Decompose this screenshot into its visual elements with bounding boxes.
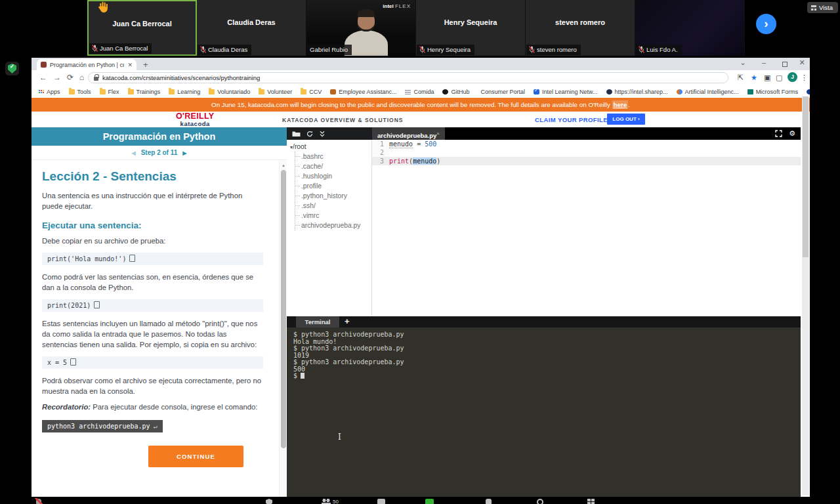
participant-tile[interactable]: steven romerosteven romero <box>526 0 635 56</box>
tree-file[interactable]: archivodeprueba.py <box>295 220 371 230</box>
scroll-up-icon[interactable]: ▲ <box>280 162 287 169</box>
oreilly-katacoda-logo[interactable]: O'REILLY katacoda <box>176 112 214 127</box>
editor-line[interactable]: 3print(menudo) <box>372 157 801 165</box>
bookmark-item[interactable]: GitHub <box>442 89 469 95</box>
participant-tile[interactable]: Claudia DerasClaudia Deras <box>197 0 306 56</box>
terminal[interactable]: $ python3 archivodeprueba.pyHola mundo!$… <box>287 327 801 497</box>
logout-button[interactable]: LOG OUT › <box>607 114 645 125</box>
browser-tab[interactable]: Programación en Python | crste... ✕ <box>37 59 136 70</box>
editor-line[interactable]: 1menudo = 500 <box>372 140 801 148</box>
bookmark-item[interactable]: Intel Work Week Ca... <box>807 89 810 95</box>
address-bar[interactable]: katacoda.com/crsteaminitiatives/scenario… <box>88 72 728 83</box>
window-menu-icon[interactable]: ⌄ <box>737 58 749 67</box>
back-icon[interactable]: ← <box>39 73 47 82</box>
tree-file[interactable]: .ssh/ <box>295 201 371 211</box>
bookmark-item[interactable]: Microsoft Forms <box>747 89 799 95</box>
participants-icon[interactable] <box>322 499 331 504</box>
page-scrollbar[interactable] <box>802 96 809 495</box>
fullscreen-icon[interactable] <box>775 130 782 137</box>
share-screen-icon[interactable] <box>425 499 434 504</box>
window-close-button[interactable]: ✕ <box>796 58 808 67</box>
home-icon[interactable]: ⌂ <box>79 73 84 82</box>
folder-icon[interactable] <box>292 131 301 137</box>
editor-line[interactable]: 2 <box>372 148 801 157</box>
copy-icon[interactable] <box>131 256 135 262</box>
mute-icon[interactable] <box>36 499 41 504</box>
meeting-security-shield-icon[interactable]: ✓ <box>5 62 19 75</box>
record-icon[interactable] <box>537 499 543 504</box>
bookmark-folder-icon <box>259 89 264 94</box>
tree-file[interactable]: .profile <box>295 181 371 191</box>
lock-icon <box>94 77 98 81</box>
participant-tile[interactable]: Juan Ca BerrocalJuan Ca Berrocal <box>87 0 197 56</box>
refresh-icon[interactable]: ⟳ <box>67 73 74 82</box>
participant-label: Henry Sequeira <box>417 45 474 55</box>
lesson-scrollbar[interactable]: ▲ <box>279 161 287 497</box>
window-maximize-button[interactable] <box>779 60 791 68</box>
bookmark-folder-icon <box>209 89 215 94</box>
share-icon[interactable]: ⇱ <box>738 74 744 82</box>
refresh-tree-icon[interactable] <box>306 131 313 137</box>
next-participants-button[interactable]: › <box>756 14 776 34</box>
editor-tab[interactable]: archivodeprueba.py× <box>372 127 445 140</box>
continue-button[interactable]: CONTINUE <box>148 446 243 467</box>
tab-close-icon[interactable]: ✕ <box>127 62 133 68</box>
bookmark-item[interactable]: Employee Assistanc... <box>330 89 396 95</box>
tree-file[interactable]: .vimrc <box>295 211 371 220</box>
profile-avatar[interactable]: J <box>788 72 797 82</box>
copy-icon[interactable] <box>95 303 100 308</box>
terminal-command-block[interactable]: python3 archivodeprueba.py↵ <box>42 420 163 432</box>
extensions-icon[interactable]: ▣ <box>764 74 770 82</box>
tree-file[interactable]: .python_history <box>295 191 371 201</box>
bookmark-item[interactable]: Tools <box>69 89 91 95</box>
bookmark-item[interactable]: Intel Learning Netw... <box>534 89 598 95</box>
bookmark-item[interactable]: Flex <box>100 89 119 95</box>
bookmark-item[interactable]: Comida <box>405 89 434 95</box>
participant-tile[interactable]: Henry SequeiraHenry Sequeira <box>416 0 526 56</box>
security-icon[interactable] <box>266 499 272 504</box>
tree-root[interactable]: ▾/root <box>290 143 371 150</box>
bookmark-item[interactable]: CCV <box>301 89 322 95</box>
bookmark-item[interactable]: Voluntariado <box>209 89 250 95</box>
new-terminal-button[interactable]: + <box>345 316 350 327</box>
bookmark-item[interactable]: Consumer Portal <box>478 89 525 95</box>
tree-file[interactable]: .hushlogin <box>295 171 371 181</box>
code-editor[interactable]: 1menudo = 50023print(menudo) <box>372 140 801 316</box>
reactions-icon[interactable] <box>486 499 492 504</box>
bookmark-item[interactable]: Apps <box>38 89 60 95</box>
window-minimize-button[interactable]: – <box>758 58 770 66</box>
bookmark-star-icon[interactable]: ★ <box>751 74 757 82</box>
view-button[interactable]: Vista <box>807 2 838 13</box>
copy-icon[interactable] <box>72 360 76 366</box>
tree-file[interactable]: .bashrc <box>295 152 371 161</box>
claim-profile-link[interactable]: CLAIM YOUR PROFILE <box>535 116 608 123</box>
banner-here-link[interactable]: here <box>612 100 629 109</box>
collapse-tree-icon[interactable] <box>319 131 326 137</box>
copyable-code-block[interactable]: x = 5 <box>42 356 263 369</box>
copyable-code-block[interactable]: print(2021) <box>42 299 263 312</box>
participant-tile[interactable]: Luis Fdo A. <box>635 0 745 56</box>
bookmark-item[interactable]: Volunteer <box>259 89 292 95</box>
copyable-code-block[interactable]: print('Hola mundo!') <box>42 253 263 265</box>
tree-file[interactable]: .cache/ <box>295 161 371 171</box>
menu-dots-icon[interactable]: ⋮ <box>801 74 808 82</box>
sidebar-icon[interactable]: ▢ <box>776 74 782 82</box>
page-scrollbar-thumb[interactable] <box>803 96 808 257</box>
bookmark-item[interactable]: Learning <box>169 89 200 95</box>
editor-tab-close-icon[interactable]: × <box>436 131 440 136</box>
new-tab-button[interactable]: + <box>143 60 148 70</box>
step-prev-icon[interactable]: ◀ <box>132 150 136 156</box>
bookmark-item[interactable]: Trainings <box>128 89 161 95</box>
bookmark-item[interactable]: Artificial Intelligenc... <box>677 89 739 95</box>
terminal-tab[interactable]: Terminal <box>296 316 339 327</box>
terminal-line: $ python3 archivodeprueba.py <box>293 345 794 352</box>
participant-tile[interactable]: intel FLEXGabriel Rubio <box>306 0 416 56</box>
forward-icon[interactable]: → <box>53 73 61 82</box>
mic-muted-icon <box>200 46 206 53</box>
apps-icon[interactable] <box>587 499 595 504</box>
lesson-scrollbar-thumb[interactable] <box>281 170 286 448</box>
chat-icon[interactable] <box>377 499 385 504</box>
bookmark-item[interactable]: https://intel.sharep... <box>606 89 668 95</box>
settings-gear-icon[interactable]: ⚙ <box>789 129 795 138</box>
step-next-icon[interactable]: ▶ <box>182 150 186 156</box>
